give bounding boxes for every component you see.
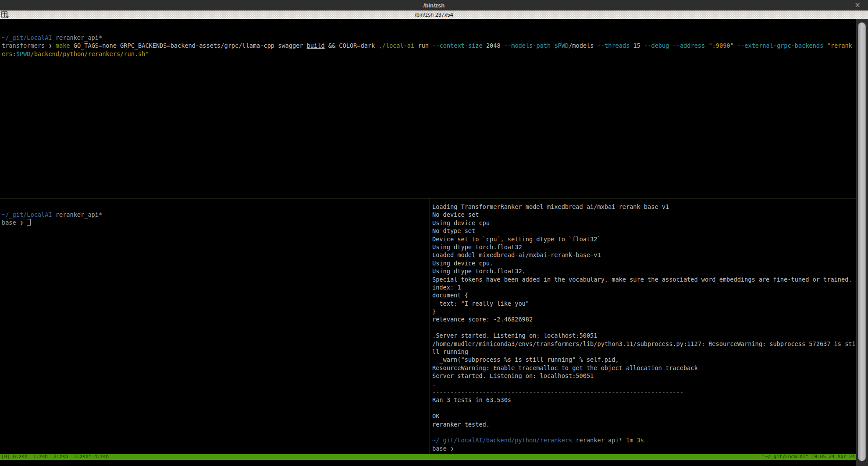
close-icon[interactable]: × [853, 0, 862, 9]
window-title: /bin/zsh [423, 2, 445, 9]
terminal-line: ll running [432, 348, 856, 356]
terminal-line: Loading TransformerRanker model mixedbre… [432, 203, 856, 211]
terminal-line: Special tokens have been added in the vo… [432, 275, 856, 283]
tmux-pane-bottom-left[interactable]: ~/_git/LocalAI reranker_api*base ❯ [0, 198, 429, 454]
terminal-line: Using dtype torch.float32. [432, 267, 856, 275]
terminal-line: /home/mudler/miniconda3/envs/transformer… [432, 340, 856, 348]
tmux-pane-top[interactable]: ~/_git/LocalAI reranker_api*transformers… [0, 19, 856, 198]
terminal-line [432, 428, 856, 436]
terminal-line: relevance_score: -2.46826982 [432, 315, 856, 323]
terminal-line: base ❯ [432, 445, 856, 452]
terminal-line [432, 324, 856, 332]
terminal-line: ----------------------------------------… [432, 388, 856, 396]
tab-bar: /bin/zsh 237x54 [0, 11, 868, 19]
terminal-line: Using device cpu [432, 219, 856, 227]
tmux-pane-bottom-right[interactable]: Loading TransformerRanker model mixedbre… [430, 198, 856, 454]
terminal-line: Device set to `cpu`, setting dtype to `f… [432, 235, 856, 243]
terminal-window: /bin/zsh × /bin/zsh 237x54 ~/_git/LocalA… [0, 0, 868, 466]
terminal-tab[interactable]: /bin/zsh 237x54 [0, 12, 868, 18]
pane-grid-icon[interactable] [1, 11, 9, 18]
terminal-line: document { [432, 291, 856, 299]
terminal-line [432, 404, 856, 412]
terminal-line: No dtype set [432, 227, 856, 235]
terminal-line: ~/_git/LocalAI/backend/python/rerankers … [432, 436, 856, 444]
terminal-line: .Server started. Listening on: localhost… [432, 332, 856, 339]
terminal-line: Server started. Listening on: localhost:… [432, 372, 856, 380]
terminal-line: _warn("subprocess %s is still running" %… [432, 356, 856, 364]
status-session-info: "~/_git/LocalAI" 19:05 24-Apr-24 [762, 454, 855, 460]
terminal-line: text: "I really like you" [432, 300, 856, 307]
terminal-line: ResourceWarning: Enable tracemalloc to g… [432, 364, 856, 372]
terminal-line: base ❯ [2, 219, 429, 226]
scrollbar-track[interactable] [856, 19, 868, 466]
terminal-line: reranker tested. [432, 420, 856, 428]
status-windows-list[interactable]: [0] 0:zsh 1:zsh 2:zsh 3:zsh* 4:zsh- [1, 454, 112, 460]
terminal-line: Using device cpu. [432, 259, 856, 267]
terminal-line: } [432, 307, 856, 315]
terminal-line: transformers ❯ make GO_TAGS=none GRPC_BA… [2, 42, 856, 49]
terminal-line: ers:$PWD/backend/python/rerankers/run.sh… [2, 50, 856, 58]
terminal-line: . [432, 380, 856, 388]
scrollbar-thumb[interactable] [858, 22, 866, 461]
terminal-line: ~/_git/LocalAI reranker_api* [2, 34, 856, 42]
terminal-line: Using dtype torch.float32 [432, 243, 856, 251]
terminal-line: No device set [432, 211, 856, 219]
title-bar: /bin/zsh × [0, 0, 868, 11]
text-cursor [27, 219, 31, 226]
terminal-line: ~/_git/LocalAI reranker_api* [2, 211, 429, 219]
terminal-line: index: 1 [432, 283, 856, 291]
terminal-line: Loaded model mixedbread-ai/mxbai-rerank-… [432, 251, 856, 259]
terminal-line: OK [432, 412, 856, 420]
terminal-line: Ran 3 tests in 63.530s [432, 396, 856, 404]
tmux-status-bar: [0] 0:zsh 1:zsh 2:zsh 3:zsh* 4:zsh- "~/_… [0, 454, 856, 460]
